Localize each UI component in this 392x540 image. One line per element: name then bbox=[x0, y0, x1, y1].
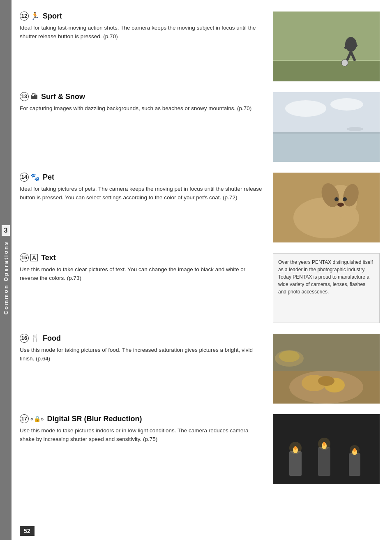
sidebar: 3 Common Operations bbox=[0, 0, 12, 540]
section-digital-image-container bbox=[273, 414, 384, 484]
section-digital-body: Use this mode to take pictures indoors o… bbox=[20, 427, 265, 444]
section-sport-header: 12 🏃 Sport bbox=[20, 12, 265, 21]
section-digital: 17 «🔒» Digital SR (Blur Reduction) Use t… bbox=[20, 411, 384, 484]
section-surf-image bbox=[273, 92, 380, 162]
section-digital-image bbox=[273, 414, 380, 484]
food-icon: 🍴 bbox=[30, 334, 39, 343]
section-food: 16 🍴 Food Use this mode for taking pictu… bbox=[20, 330, 384, 404]
main-content: 12 🏃 Sport Ideal for taking fast-moving … bbox=[12, 0, 392, 540]
svg-point-22 bbox=[337, 203, 344, 207]
food-svg bbox=[273, 334, 380, 404]
svg-rect-13 bbox=[273, 132, 380, 134]
section-food-body: Use this mode for taking pictures of foo… bbox=[20, 346, 265, 363]
svg-point-8 bbox=[341, 60, 348, 66]
svg-rect-35 bbox=[318, 447, 330, 476]
svg-point-41 bbox=[289, 442, 302, 454]
section-food-number: 16 bbox=[20, 334, 29, 343]
section-sport-number: 12 bbox=[20, 12, 29, 21]
svg-point-11 bbox=[330, 98, 363, 111]
section-text-image: Over the years PENTAX distinguished itse… bbox=[273, 253, 380, 323]
svg-point-21 bbox=[343, 197, 347, 201]
section-food-left: 16 🍴 Food Use this mode for taking pictu… bbox=[20, 334, 273, 404]
pet-svg bbox=[273, 173, 380, 242]
section-food-image-container bbox=[273, 334, 384, 404]
svg-rect-12 bbox=[273, 133, 380, 162]
text-box-content: Over the years PENTAX distinguished itse… bbox=[278, 259, 373, 295]
section-surf-body: For capturing images with dazzling backg… bbox=[20, 104, 265, 113]
svg-rect-2 bbox=[273, 60, 380, 61]
svg-point-20 bbox=[334, 197, 339, 201]
section-pet-body: Ideal for taking pictures of pets. The c… bbox=[20, 185, 265, 202]
section-pet-left: 14 🐾 Pet Ideal for taking pictures of pe… bbox=[20, 173, 273, 242]
section-surf-header: 13 🏔 Surf & Snow bbox=[20, 92, 265, 101]
section-text-body: Use this mode to take clear pictures of … bbox=[20, 265, 265, 283]
section-text-image-container: Over the years PENTAX distinguished itse… bbox=[273, 253, 384, 323]
pet-icon: 🐾 bbox=[30, 173, 39, 182]
svg-point-28 bbox=[318, 376, 334, 386]
section-sport: 12 🏃 Sport Ideal for taking fast-moving … bbox=[20, 8, 384, 81]
svg-point-10 bbox=[285, 100, 326, 117]
section-surf-title: Surf & Snow bbox=[41, 92, 85, 101]
sidebar-chapter-number: 3 bbox=[2, 225, 10, 236]
surf-svg bbox=[273, 92, 380, 162]
section-digital-left: 17 «🔒» Digital SR (Blur Reduction) Use t… bbox=[20, 414, 273, 484]
surf-icon: 🏔 bbox=[30, 92, 38, 101]
section-pet-title: Pet bbox=[43, 173, 54, 182]
section-sport-left: 12 🏃 Sport Ideal for taking fast-moving … bbox=[20, 12, 273, 81]
section-surf-left: 13 🏔 Surf & Snow For capturing images wi… bbox=[20, 92, 273, 162]
page-number: 52 bbox=[20, 526, 35, 536]
section-text: 15 A Text Use this mode to take clear pi… bbox=[20, 250, 384, 323]
section-digital-header: 17 «🔒» Digital SR (Blur Reduction) bbox=[20, 414, 265, 423]
section-food-image bbox=[273, 334, 380, 404]
section-text-header: 15 A Text bbox=[20, 253, 265, 262]
section-food-header: 16 🍴 Food bbox=[20, 334, 265, 343]
section-surf: 13 🏔 Surf & Snow For capturing images wi… bbox=[20, 89, 384, 162]
section-pet: 14 🐾 Pet Ideal for taking pictures of pe… bbox=[20, 169, 384, 242]
section-surf-image-container bbox=[273, 92, 384, 162]
section-text-left: 15 A Text Use this mode to take clear pi… bbox=[20, 253, 273, 323]
svg-rect-32 bbox=[289, 451, 302, 476]
sport-icon: 🏃 bbox=[30, 12, 39, 21]
digital-sr-icon: «🔒» bbox=[30, 415, 44, 422]
section-surf-number: 13 bbox=[20, 92, 29, 101]
section-sport-image bbox=[273, 12, 380, 81]
section-sport-body: Ideal for taking fast-moving action shot… bbox=[20, 24, 265, 41]
section-digital-title: Digital SR (Blur Reduction) bbox=[47, 415, 142, 423]
section-text-title: Text bbox=[41, 254, 56, 262]
sidebar-chapter-title: Common Operations bbox=[3, 241, 9, 315]
svg-rect-38 bbox=[349, 453, 360, 476]
section-pet-header: 14 🐾 Pet bbox=[20, 173, 265, 182]
section-pet-image-container bbox=[273, 173, 384, 242]
digital-svg bbox=[273, 414, 380, 484]
section-pet-number: 14 bbox=[20, 173, 29, 182]
section-food-title: Food bbox=[43, 334, 61, 343]
svg-point-30 bbox=[279, 351, 300, 362]
section-digital-number: 17 bbox=[20, 414, 29, 423]
svg-point-42 bbox=[318, 438, 330, 450]
svg-point-43 bbox=[350, 445, 360, 455]
section-text-number: 15 bbox=[20, 253, 29, 262]
sport-svg bbox=[273, 12, 380, 81]
svg-point-14 bbox=[347, 127, 363, 131]
text-icon: A bbox=[30, 254, 38, 261]
section-sport-title: Sport bbox=[43, 12, 62, 21]
section-pet-image bbox=[273, 173, 380, 242]
section-sport-image-container bbox=[273, 12, 384, 81]
svg-rect-1 bbox=[273, 61, 380, 81]
